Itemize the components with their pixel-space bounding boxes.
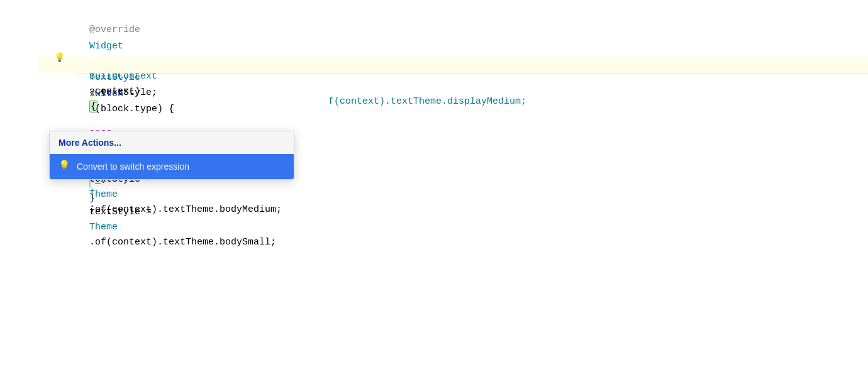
line-number-2: [38, 24, 72, 40]
convert-switch-expression-item[interactable]: 💡 Convert to switch expression: [50, 154, 294, 179]
of-token-10: .of(context).textTheme.bodySmall;: [89, 237, 276, 248]
line-number-7: [38, 96, 72, 112]
line-number-8: [38, 112, 72, 128]
code-line-4: 💡 switch (block.type) {: [38, 57, 868, 73]
more-actions-label: More Actions...: [58, 138, 121, 148]
code-line-2: Widget build( BuildContext context) {: [38, 24, 868, 40]
line-number-4: 💡: [38, 57, 72, 73]
convert-switch-label: Convert to switch expression: [77, 160, 189, 173]
close-brace-11: }: [89, 193, 95, 204]
code-line-8: textStyle = Theme .of(context).textTheme…: [38, 112, 868, 128]
code-line-7: case p || checkbox ' :: [38, 96, 868, 112]
code-line-1: @override: [38, 8, 868, 24]
line-number-1: [38, 8, 72, 24]
code-area: @override Widget build( BuildContext con…: [0, 8, 868, 177]
code-line-3: TextStyle ? textStyle;: [38, 40, 868, 57]
code-line-5: [38, 73, 868, 78]
lightbulb-icon[interactable]: 💡: [54, 51, 65, 65]
more-actions-header[interactable]: More Actions...: [50, 131, 294, 154]
bulb-icon: 💡: [58, 159, 70, 174]
context-menu: More Actions... 💡 Convert to switch expr…: [49, 131, 294, 180]
code-line-6: f(context).textTheme.displayMedium;: [38, 79, 868, 96]
editor: @override Widget build( BuildContext con…: [0, 0, 868, 367]
theme-token-10: Theme: [89, 222, 118, 233]
